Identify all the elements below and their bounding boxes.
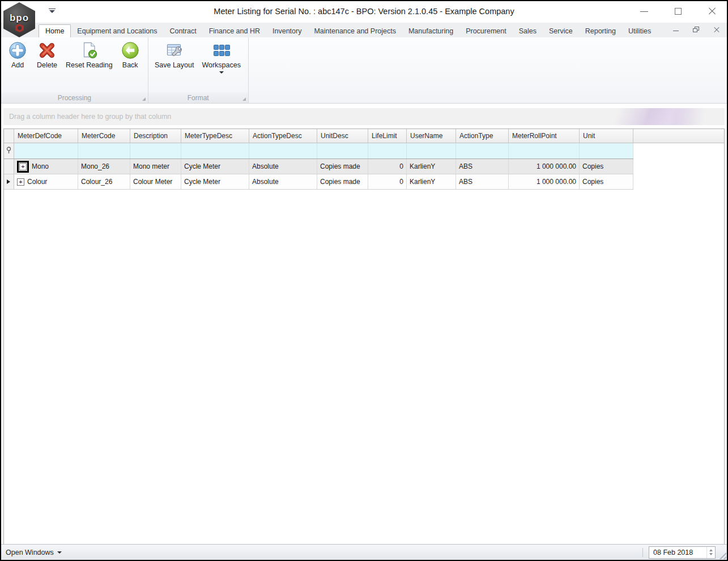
window-maximize-button[interactable] xyxy=(674,7,683,16)
cell-value: Copies xyxy=(582,162,603,170)
tab-manufacturing[interactable]: Manufacturing xyxy=(402,24,459,37)
cell-metertypedesc[interactable]: Cycle Meter xyxy=(181,159,249,174)
filter-cell-actiontypedesc[interactable] xyxy=(249,143,317,159)
date-spinner[interactable]: 08 Feb 2018 xyxy=(649,546,716,559)
filter-cell-unitdesc[interactable] xyxy=(317,143,368,159)
delete-button[interactable]: Delete xyxy=(32,40,62,71)
table-row-colour[interactable]: +ColourColour_26Colour MeterCycle MeterA… xyxy=(4,174,633,190)
save-layout-button[interactable]: Save Layout xyxy=(152,40,197,71)
table-row-mono[interactable]: +MonoMono_26Mono meterCycle MeterAbsolut… xyxy=(4,159,633,174)
tab-reporting[interactable]: Reporting xyxy=(579,24,622,37)
logo-text: bpo xyxy=(10,12,29,24)
back-icon xyxy=(121,41,140,60)
cell-lifelimit[interactable]: 0 xyxy=(368,159,407,174)
cell-value: Copies made xyxy=(320,162,360,170)
filter-cell-metertypedesc[interactable] xyxy=(181,143,249,159)
cell-actiontype[interactable]: ABS xyxy=(456,174,509,189)
open-windows-dropdown[interactable]: Open Windows xyxy=(6,549,62,556)
cell-description[interactable]: Mono meter xyxy=(130,159,181,174)
filter-cell-description[interactable] xyxy=(130,143,181,159)
tab-contract[interactable]: Contract xyxy=(163,24,202,37)
expand-row-button[interactable]: + xyxy=(17,178,24,186)
cell-meterrollpoint[interactable]: 1 000 000.00 xyxy=(509,159,580,174)
cell-meterdefcode[interactable]: +Colour xyxy=(14,174,78,189)
tab-utilities[interactable]: Utilities xyxy=(622,24,657,37)
cell-unit[interactable]: Copies xyxy=(580,174,633,189)
tab-procurement[interactable]: Procurement xyxy=(459,24,513,37)
cell-metercode[interactable]: Mono_26 xyxy=(78,159,130,174)
cell-actiontype[interactable]: ABS xyxy=(456,159,509,174)
cell-actiontypedesc[interactable]: Absolute xyxy=(249,174,317,189)
cell-meterrollpoint[interactable]: 1 000 000.00 xyxy=(509,174,580,189)
filter-cell-unit[interactable] xyxy=(580,143,633,159)
filter-cell-username[interactable] xyxy=(407,143,456,159)
tab-finance-and-hr[interactable]: Finance and HR xyxy=(203,24,266,37)
filter-cell-actiontype[interactable] xyxy=(456,143,509,159)
column-header-metertypedesc[interactable]: MeterTypeDesc xyxy=(181,129,249,143)
spin-up-button[interactable] xyxy=(709,549,713,551)
cell-metertypedesc[interactable]: Cycle Meter xyxy=(181,174,249,189)
tab-sales[interactable]: Sales xyxy=(513,24,543,37)
cell-lifelimit[interactable]: 0 xyxy=(368,174,407,189)
back-button[interactable]: Back xyxy=(116,40,144,71)
cell-metercode[interactable]: Colour_26 xyxy=(78,174,130,189)
window-minimize-button[interactable] xyxy=(640,7,649,16)
tab-home[interactable]: Home xyxy=(39,24,71,37)
resize-grip[interactable] xyxy=(718,551,726,559)
workspaces-button[interactable]: Workspaces xyxy=(198,40,245,75)
tab-equipment-and-locations[interactable]: Equipment and Locations xyxy=(71,24,163,37)
column-header-actiontypedesc[interactable]: ActionTypeDesc xyxy=(249,129,317,143)
mdi-restore-button[interactable] xyxy=(693,27,700,33)
cell-username[interactable]: KarlienY xyxy=(407,159,456,174)
tab-inventory[interactable]: Inventory xyxy=(266,24,308,37)
column-header-metercode[interactable]: MeterCode xyxy=(78,129,130,143)
group-by-panel[interactable]: Drag a column header here to group by th… xyxy=(3,108,725,125)
column-header-meterrollpoint[interactable]: MeterRollPoint xyxy=(509,129,580,143)
spin-down-button[interactable] xyxy=(709,553,713,555)
cell-meterdefcode[interactable]: +Mono xyxy=(14,159,78,174)
ribbon-group-caption-processing: Processing xyxy=(1,92,148,103)
tab-service[interactable]: Service xyxy=(543,24,579,37)
cell-value: Mono meter xyxy=(133,162,169,170)
filter-cell-meterrollpoint[interactable] xyxy=(509,143,580,159)
cell-unitdesc[interactable]: Copies made xyxy=(317,159,368,174)
save-layout-label: Save Layout xyxy=(155,61,194,70)
window-close-button[interactable] xyxy=(708,7,717,16)
current-row-arrow-icon xyxy=(7,179,10,184)
reset-reading-button[interactable]: Reset Reading xyxy=(63,40,115,71)
column-header-username[interactable]: UserName xyxy=(407,129,456,143)
filter-cell-metercode[interactable] xyxy=(78,143,130,159)
cell-value: Cycle Meter xyxy=(184,178,220,186)
filter-pin-icon xyxy=(6,146,11,156)
row-indicator-cell xyxy=(4,159,14,174)
column-header-meterdefcode[interactable]: MeterDefCode xyxy=(14,129,78,143)
cell-value: 1 000 000.00 xyxy=(537,162,576,170)
group-collapse-triangle-icon[interactable] xyxy=(242,97,246,101)
expand-row-button[interactable]: + xyxy=(19,163,27,170)
mdi-minimize-button[interactable] xyxy=(672,27,679,33)
cell-unitdesc[interactable]: Copies made xyxy=(317,174,368,189)
group-collapse-triangle-icon[interactable] xyxy=(142,97,146,101)
cell-value: Colour_26 xyxy=(81,178,112,186)
chevron-down-icon xyxy=(57,551,62,554)
column-header-unitdesc[interactable]: UnitDesc xyxy=(317,129,368,143)
ribbon-group-processing: AddDeleteReset ReadingBackProcessing xyxy=(1,37,148,103)
add-icon xyxy=(8,41,27,60)
tab-maintenance-and-projects[interactable]: Maintenance and Projects xyxy=(308,24,402,37)
cell-description[interactable]: Colour Meter xyxy=(130,174,181,189)
filter-cell-meterdefcode[interactable] xyxy=(14,143,78,159)
mdi-close-button[interactable] xyxy=(713,27,720,33)
column-header-unit[interactable]: Unit xyxy=(580,129,633,143)
add-button[interactable]: Add xyxy=(5,40,31,71)
header-indicator-cell xyxy=(4,129,14,143)
group-caption-label: Format xyxy=(188,94,209,102)
filter-cell-lifelimit[interactable] xyxy=(368,143,407,159)
column-header-actiontype[interactable]: ActionType xyxy=(456,129,509,143)
cell-actiontypedesc[interactable]: Absolute xyxy=(249,159,317,174)
cell-username[interactable]: KarlienY xyxy=(407,174,456,189)
column-header-description[interactable]: Description xyxy=(130,129,181,143)
column-header-lifelimit[interactable]: LifeLimit xyxy=(368,129,407,143)
date-value[interactable]: 08 Feb 2018 xyxy=(649,549,706,556)
reset-reading-label: Reset Reading xyxy=(66,61,113,70)
cell-unit[interactable]: Copies xyxy=(580,159,633,174)
